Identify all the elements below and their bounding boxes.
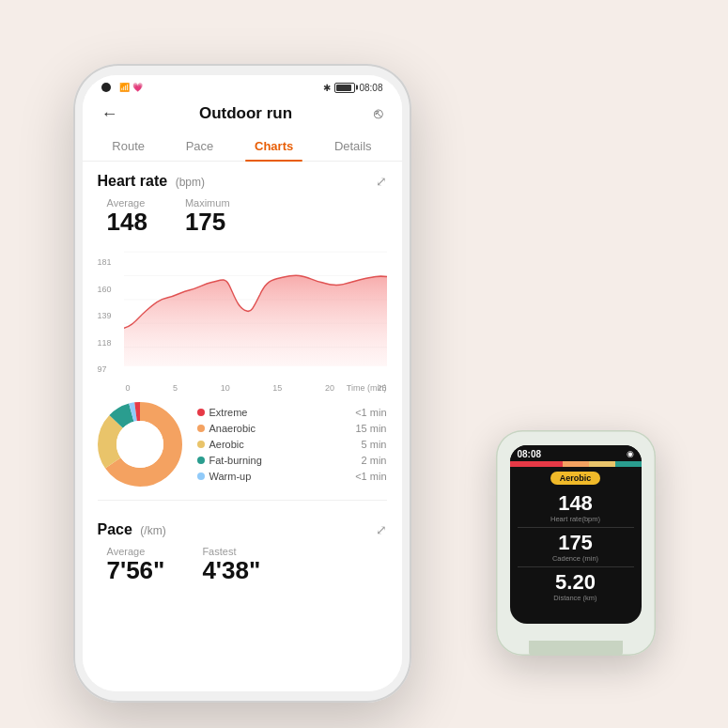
heart-rate-chart: 181 160 139 118 97 — [98, 242, 387, 393]
legend-fatburning: Fat-burning 2 min — [197, 455, 387, 466]
watch-status-bar: 08:08 ◉ — [510, 445, 642, 461]
extreme-label: Extreme — [209, 407, 248, 418]
extreme-dot — [197, 409, 205, 416]
legend-warmup: Warm-up <1 min — [197, 471, 387, 482]
y-label-118: 118 — [98, 338, 112, 348]
fatburning-dot — [197, 457, 205, 464]
heart-zones: Extreme <1 min Anaerobic 15 min — [98, 402, 387, 487]
tab-bar: Route Pace Charts Details — [83, 132, 402, 162]
legend-extreme: Extreme <1 min — [197, 407, 387, 418]
warmup-time: <1 min — [355, 471, 386, 482]
heart-rate-unit: (bpm) — [176, 176, 205, 189]
chart-y-axis: 181 160 139 118 97 — [98, 242, 112, 374]
average-value: 148 — [107, 209, 147, 236]
fatburning-time: 2 min — [362, 455, 387, 466]
watch-location-icon: ◉ — [627, 449, 634, 458]
watch-strap-bottom — [529, 641, 623, 656]
watch-hr-label: Heart rate(bpm) — [510, 515, 642, 523]
anaerobic-time: 15 min — [355, 423, 386, 434]
zone-bar-extreme2 — [536, 461, 563, 467]
y-label-160: 160 — [98, 285, 112, 294]
back-button[interactable]: ← — [101, 104, 118, 124]
pace-title: Pace — [98, 521, 132, 537]
pace-average-stat: Average 7'56" — [107, 546, 165, 584]
pace-expand-icon[interactable]: ⤢ — [376, 522, 387, 537]
pace-average-value: 7'56" — [107, 557, 165, 584]
zone-bar-aerobic — [589, 461, 615, 467]
tab-route[interactable]: Route — [102, 132, 154, 161]
watch-zone-bar — [510, 461, 642, 467]
watch-divider-2 — [518, 566, 634, 567]
warmup-label: Warm-up — [209, 471, 252, 482]
status-time: 08:08 — [359, 83, 382, 93]
legend-aerobic: Aerobic 5 min — [197, 439, 387, 450]
watch-hr-value: 148 — [510, 492, 642, 515]
y-label-139: 139 — [98, 311, 112, 320]
expand-icon[interactable]: ⤢ — [376, 174, 387, 189]
anaerobic-label: Anaerobic — [209, 423, 256, 434]
warmup-dot — [197, 472, 205, 480]
watch-cadence-value: 175 — [510, 532, 642, 554]
fatburning-label: Fat-burning — [209, 455, 262, 466]
aerobic-badge: Aerobic — [550, 472, 601, 485]
y-label-181: 181 — [98, 257, 112, 267]
watch-distance: 5.20 Distance (km) — [510, 568, 642, 605]
average-label: Average — [107, 197, 147, 209]
phone: 📶 💗 ✱ 08:08 ← Outdoor run ⎋ Ro — [73, 64, 411, 703]
watch-cadence-label: Cadence (min) — [510, 554, 642, 563]
watch-screen: 08:08 ◉ Aerobic 148 Heart rate(bpm) — [510, 445, 642, 624]
extreme-time: <1 min — [355, 407, 386, 418]
chart-svg — [124, 242, 387, 376]
legend-anaerobic: Anaerobic 15 min — [197, 423, 387, 434]
watch-distance-label: Distance (km) — [510, 594, 642, 602]
watch-distance-value: 5.20 — [510, 571, 642, 594]
smartwatch: 08:08 ◉ Aerobic 148 Heart rate(bpm) — [496, 430, 656, 656]
watch-badge-row: Aerobic — [510, 469, 642, 488]
share-icon[interactable]: ⎋ — [374, 105, 383, 122]
average-stat: Average 148 — [107, 197, 147, 236]
maximum-label: Maximum — [185, 197, 230, 209]
heart-rate-title: Heart rate — [98, 173, 168, 189]
tab-details[interactable]: Details — [325, 132, 381, 161]
anaerobic-dot — [197, 425, 205, 432]
chart-time-label: Time (min) — [347, 383, 387, 393]
main-content: Heart rate (bpm) ⤢ Average 148 Maximum 1… — [83, 162, 402, 691]
pace-fastest-value: 4'38" — [202, 557, 260, 584]
zone-bar-fatburning — [615, 461, 642, 467]
pace-section: Pace (/km) ⤢ Average 7'56" Fastest 4'38" — [98, 500, 387, 584]
status-bar: 📶 💗 ✱ 08:08 — [83, 75, 402, 97]
aerobic-dot — [197, 441, 205, 448]
pace-header: Pace (/km) ⤢ — [98, 521, 387, 538]
pace-stats: Average 7'56" Fastest 4'38" — [107, 546, 387, 584]
aerobic-time: 5 min — [362, 439, 387, 450]
maximum-stat: Maximum 175 — [185, 197, 230, 236]
watch-time: 08:08 — [518, 449, 542, 459]
bluetooth-icon: ✱ — [323, 83, 331, 93]
zone-bar-anaerobic — [563, 461, 589, 467]
watch-heart-rate: 148 Heart rate(bpm) — [510, 489, 642, 526]
tab-charts[interactable]: Charts — [245, 132, 302, 161]
scene: 📶 💗 ✱ 08:08 ← Outdoor run ⎋ Ro — [73, 36, 656, 693]
pace-unit: (/km) — [140, 524, 165, 537]
maximum-value: 175 — [185, 209, 230, 236]
heart-rate-header: Heart rate (bpm) ⤢ — [98, 173, 387, 190]
battery-icon — [334, 83, 355, 93]
app-header: ← Outdoor run ⎋ — [83, 97, 402, 132]
page-title: Outdoor run — [199, 104, 292, 123]
tab-pace[interactable]: Pace — [177, 132, 224, 161]
donut-chart — [98, 402, 182, 487]
heart-rate-stats: Average 148 Maximum 175 — [107, 197, 387, 236]
watch-divider-1 — [518, 527, 634, 528]
phone-screen: 📶 💗 ✱ 08:08 ← Outdoor run ⎋ Ro — [83, 75, 402, 691]
y-label-97: 97 — [98, 364, 112, 374]
zones-legend: Extreme <1 min Anaerobic 15 min — [197, 407, 387, 482]
camera-dot — [101, 83, 111, 92]
pace-fastest-stat: Fastest 4'38" — [202, 546, 260, 584]
watch-cadence: 175 Cadence (min) — [510, 529, 642, 565]
zone-bar-extreme — [510, 461, 536, 467]
aerobic-label: Aerobic — [209, 439, 244, 450]
